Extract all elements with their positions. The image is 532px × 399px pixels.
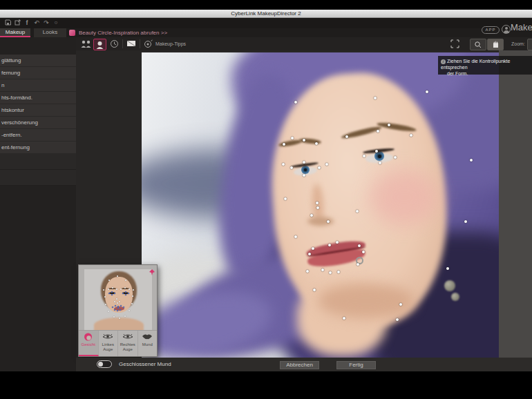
control-point[interactable] <box>303 174 305 177</box>
thumb-control-point <box>113 316 115 318</box>
thumb-control-point <box>114 309 115 311</box>
control-point[interactable] <box>325 163 328 166</box>
done-button[interactable]: Fertig <box>336 361 376 369</box>
save-icon[interactable] <box>3 19 12 27</box>
control-point[interactable] <box>327 220 330 223</box>
sidebar-item[interactable]: verschönerung <box>0 117 76 129</box>
control-point[interactable] <box>294 101 297 104</box>
control-point[interactable] <box>315 142 318 145</box>
tab-rechtes-auge[interactable]: Rechtes Auge <box>118 331 138 356</box>
mouth-icon <box>138 333 158 342</box>
control-point[interactable] <box>343 317 345 320</box>
control-point[interactable] <box>357 263 359 266</box>
control-point[interactable] <box>377 130 379 133</box>
sidebar-item[interactable]: n <box>0 79 76 92</box>
control-point[interactable] <box>356 210 359 213</box>
reset-icon[interactable]: ○ <box>52 19 60 27</box>
control-point[interactable] <box>379 162 381 164</box>
control-point[interactable] <box>284 197 287 200</box>
beauty-circle-link[interactable]: Beauty Circle-Inspiration abrufen >> <box>79 28 167 37</box>
control-point[interactable] <box>358 244 361 247</box>
control-point[interactable] <box>362 251 365 253</box>
sidebar-item[interactable]: -entfern. <box>0 129 76 142</box>
control-point[interactable] <box>310 214 313 217</box>
control-point[interactable] <box>464 220 467 223</box>
control-point[interactable] <box>316 202 319 204</box>
control-point[interactable] <box>399 303 402 306</box>
os-titlebar[interactable]: CyberLink MakeupDirector 2 <box>0 10 532 18</box>
control-point[interactable] <box>374 97 377 99</box>
tab-looks[interactable]: Looks <box>34 28 66 37</box>
control-point[interactable] <box>410 134 412 137</box>
face-thumbnail[interactable] <box>84 269 152 331</box>
facebook-icon[interactable]: f <box>23 19 31 27</box>
makeup-tips-icon[interactable] <box>143 39 153 49</box>
control-point[interactable] <box>337 271 340 273</box>
control-point[interactable] <box>306 270 309 273</box>
control-point[interactable] <box>316 206 319 209</box>
undo-icon[interactable]: ↶ <box>32 19 41 27</box>
export-icon[interactable] <box>13 19 21 27</box>
hand-tool-button[interactable] <box>487 39 504 50</box>
makeup-tips-label[interactable]: Makeup-Tipps <box>155 39 186 49</box>
faces-icon[interactable] <box>80 39 92 49</box>
redo-icon[interactable]: ↷ <box>42 19 50 27</box>
control-point[interactable] <box>394 156 397 159</box>
control-point[interactable] <box>375 150 378 153</box>
thumb-control-point <box>104 296 106 298</box>
history-icon[interactable] <box>109 39 120 49</box>
account-icon[interactable] <box>502 25 511 34</box>
closed-mouth-toggle[interactable] <box>97 360 112 368</box>
control-point[interactable] <box>318 166 321 169</box>
thumb-control-point <box>103 289 104 291</box>
control-point[interactable] <box>321 269 324 271</box>
control-point[interactable] <box>291 137 294 139</box>
control-point[interactable] <box>363 155 365 157</box>
sidebar-item[interactable]: hts-formänd. <box>0 92 76 104</box>
tab-linkes-auge[interactable]: Linkes Auge <box>99 331 119 356</box>
control-point[interactable] <box>303 139 305 142</box>
sidebar-item-dim[interactable] <box>0 154 76 170</box>
thumb-control-point <box>108 293 110 294</box>
control-point[interactable] <box>290 166 293 169</box>
control-point[interactable] <box>396 318 399 321</box>
control-point[interactable] <box>308 253 311 255</box>
tab-mund[interactable]: Mund <box>138 331 158 356</box>
photo[interactable] <box>142 52 499 358</box>
thumb-control-point <box>117 275 118 277</box>
zoom-value-box[interactable] <box>527 39 532 50</box>
sidebar-item-dim[interactable] <box>0 170 76 186</box>
control-point[interactable] <box>313 289 316 291</box>
thumb-control-point <box>124 315 126 317</box>
thumb-control-point <box>132 295 133 297</box>
fit-screen-icon[interactable] <box>450 39 459 49</box>
control-point[interactable] <box>345 135 348 138</box>
face-edit-tool-selected[interactable] <box>93 39 106 50</box>
sidebar-item[interactable]: htskontur <box>0 104 76 117</box>
app-badge[interactable]: APP <box>482 26 500 34</box>
control-point[interactable] <box>336 241 339 244</box>
control-point[interactable] <box>312 247 314 250</box>
sidebar-item[interactable]: glättung <box>0 55 76 67</box>
control-point[interactable] <box>328 244 331 246</box>
pin-icon[interactable] <box>149 266 155 273</box>
sidebar-item[interactable]: ent-fernung <box>0 142 76 154</box>
control-point[interactable] <box>426 90 428 93</box>
sidebar-item[interactable]: fernung <box>0 67 76 79</box>
thumb-control-point <box>125 280 126 281</box>
control-point[interactable] <box>303 161 305 164</box>
control-point[interactable] <box>283 143 285 146</box>
control-point[interactable] <box>294 235 297 238</box>
thumb-control-point <box>122 293 124 294</box>
control-point[interactable] <box>470 159 473 162</box>
control-point[interactable] <box>282 163 285 166</box>
control-point[interactable] <box>388 124 390 126</box>
cancel-button[interactable]: Abbrechen <box>280 361 319 369</box>
tab-makeup[interactable]: Makeup <box>0 28 30 37</box>
control-point[interactable] <box>329 271 332 274</box>
beauty-circle-icon[interactable] <box>69 30 75 36</box>
control-point[interactable] <box>446 267 449 270</box>
before-after-icon[interactable] <box>126 39 137 49</box>
tab-gesicht[interactable]: Gesicht <box>79 331 99 356</box>
zoom-tool-button[interactable] <box>470 39 486 50</box>
